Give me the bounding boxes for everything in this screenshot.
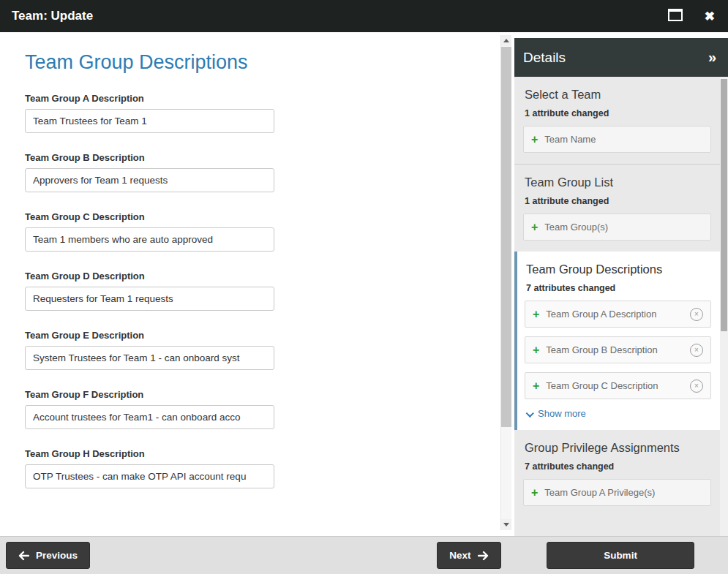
attr-item-group-c-description[interactable]: + Team Group C Description × [525, 372, 711, 399]
team-group-a-description-input[interactable] [25, 109, 274, 133]
sidebar-scrollbar[interactable] [720, 77, 728, 536]
form-area: Team Group Descriptions Team Group A Des… [0, 32, 511, 488]
attr-item-group-a-description[interactable]: + Team Group A Description × [525, 301, 711, 328]
section-status: 7 attributes changed [526, 283, 711, 293]
section-title: Group Privilege Assignments [525, 441, 711, 455]
scrollbar-thumb[interactable] [501, 47, 511, 427]
previous-button[interactable]: Previous [6, 542, 90, 569]
attr-item-group-b-description[interactable]: + Team Group B Description × [525, 336, 711, 363]
section-title: Team Group List [525, 175, 711, 189]
section-team-group-descriptions: Team Group Descriptions 7 attributes cha… [514, 252, 720, 430]
scroll-up-button[interactable] [501, 35, 511, 46]
arrow-left-icon [18, 551, 29, 561]
attr-item-team-groups[interactable]: + Team Group(s) [523, 214, 711, 241]
team-group-f-description-input[interactable] [25, 405, 274, 429]
plus-icon: + [531, 487, 538, 499]
details-header: Details » [514, 38, 728, 77]
plus-icon: + [531, 222, 538, 233]
scroll-down-button[interactable] [501, 519, 511, 530]
main-panel: Team Group Descriptions Team Group A Des… [0, 32, 511, 536]
show-more-link[interactable]: Show more [528, 408, 711, 419]
close-icon[interactable]: ✖ [705, 10, 715, 23]
sidebar-scrollbar-thumb[interactable] [721, 79, 727, 331]
page-title: Team Group Descriptions [25, 51, 468, 74]
plus-icon: + [531, 134, 538, 146]
chevron-down-icon [526, 409, 534, 417]
field-label: Team Group H Description [25, 448, 274, 459]
triangle-down-icon [503, 523, 509, 526]
triangle-up-icon [503, 39, 509, 42]
remove-icon[interactable]: × [690, 379, 703, 393]
footer-bar: Previous Next Submit [0, 536, 728, 574]
field-group-h: Team Group H Description [25, 448, 274, 488]
remove-icon[interactable]: × [690, 308, 703, 321]
arrow-right-icon [478, 551, 489, 561]
section-team-group-list: Team Group List 1 attribute changed + Te… [514, 164, 720, 252]
section-title: Team Group Descriptions [526, 263, 711, 276]
team-group-d-description-input[interactable] [25, 287, 274, 311]
field-label: Team Group D Description [25, 271, 274, 282]
submit-button[interactable]: Submit [547, 542, 694, 569]
plus-icon: + [533, 380, 539, 392]
team-group-h-description-input[interactable] [25, 464, 274, 488]
plus-icon: + [533, 344, 539, 356]
details-body: Select a Team 1 attribute changed + Team… [514, 77, 720, 536]
collapse-sidebar-icon[interactable]: » [708, 49, 716, 66]
field-group-e: Team Group E Description [25, 330, 274, 370]
section-title: Select a Team [525, 88, 711, 102]
field-group-c: Team Group C Description [25, 211, 274, 252]
titlebar: Team: Update ✖ [0, 0, 728, 32]
main-scrollbar[interactable] [500, 35, 511, 530]
field-label: Team Group C Description [25, 211, 274, 222]
field-group-f: Team Group F Description [25, 389, 274, 429]
attr-item-team-name[interactable]: + Team Name [523, 126, 711, 153]
plus-icon: + [533, 309, 539, 320]
field-label: Team Group E Description [25, 330, 274, 341]
team-group-e-description-input[interactable] [25, 346, 274, 370]
field-label: Team Group A Description [25, 93, 274, 104]
team-group-c-description-input[interactable] [25, 227, 274, 252]
field-group-a: Team Group A Description [25, 93, 274, 133]
details-title: Details [523, 50, 566, 66]
window-title: Team: Update [12, 9, 93, 23]
maximize-icon[interactable] [668, 9, 683, 24]
field-group-b: Team Group B Description [25, 152, 274, 192]
attr-item-group-a-privileges[interactable]: + Team Group A Privilege(s) [523, 479, 711, 506]
section-status: 1 attribute changed [525, 108, 711, 118]
field-label: Team Group B Description [25, 152, 274, 163]
details-sidebar: Details » Select a Team 1 attribute chan… [514, 38, 728, 536]
field-label: Team Group F Description [25, 389, 274, 400]
section-status: 7 attributes changed [525, 461, 711, 472]
field-group-d: Team Group D Description [25, 271, 274, 311]
section-status: 1 attribute changed [525, 196, 711, 206]
section-group-privilege-assignments: Group Privilege Assignments 7 attributes… [514, 430, 720, 517]
section-select-a-team: Select a Team 1 attribute changed + Team… [514, 77, 720, 164]
remove-icon[interactable]: × [690, 344, 703, 357]
team-group-b-description-input[interactable] [25, 168, 274, 192]
next-button[interactable]: Next [437, 542, 501, 569]
